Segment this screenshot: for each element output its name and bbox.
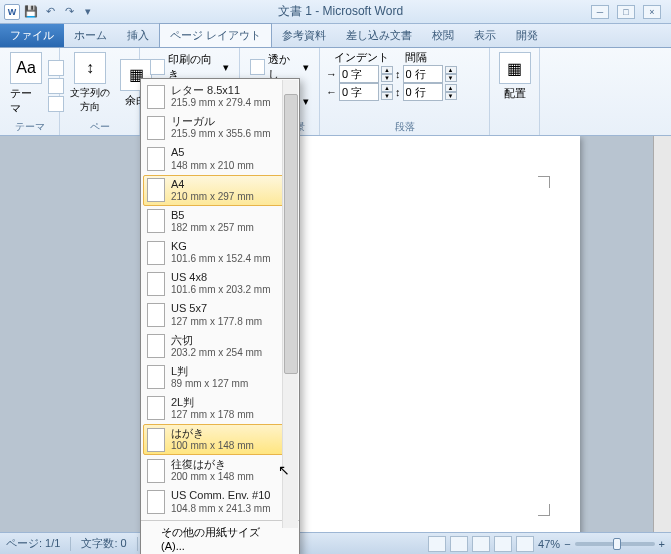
size-dimensions: 210 mm x 297 mm <box>171 191 254 203</box>
size-option-b5[interactable]: B5182 mm x 257 mm <box>143 206 297 237</box>
size-name: US Comm. Env. #10 <box>171 489 270 502</box>
indent-header: インデント <box>334 50 389 65</box>
size-option-us-5x7[interactable]: US 5x7127 mm x 177.8 mm <box>143 299 297 330</box>
page-icon <box>147 459 165 483</box>
down-arrow-icon[interactable]: ▼ <box>381 74 393 82</box>
tab-home[interactable]: ホーム <box>64 24 117 47</box>
size-dimensions: 101.6 mm x 152.4 mm <box>171 253 270 265</box>
tab-file[interactable]: ファイル <box>0 24 64 47</box>
size-dimensions: 215.9 mm x 279.4 mm <box>171 97 270 109</box>
tab-view[interactable]: 表示 <box>464 24 506 47</box>
arrange-icon: ▦ <box>499 52 531 84</box>
save-icon[interactable]: 💾 <box>23 4 39 20</box>
spacing-header: 間隔 <box>405 50 427 65</box>
themes-button[interactable]: Aa テーマ <box>6 50 46 118</box>
indent-left-input[interactable] <box>339 65 379 83</box>
maximize-button[interactable]: □ <box>617 5 635 19</box>
size-option-2l-[interactable]: 2L判127 mm x 178 mm <box>143 393 297 424</box>
qat-dropdown-icon[interactable]: ▾ <box>80 4 96 20</box>
themes-label: テーマ <box>10 86 42 116</box>
size-name: L判 <box>171 365 248 378</box>
size-name: 六切 <box>171 334 262 347</box>
tab-developer[interactable]: 開発 <box>506 24 548 47</box>
indent-left-icon: → <box>326 68 337 80</box>
redo-icon[interactable]: ↷ <box>61 4 77 20</box>
zoom-in-button[interactable]: + <box>659 538 665 550</box>
view-print-layout[interactable] <box>428 536 446 552</box>
app-icon[interactable]: W <box>4 4 20 20</box>
view-outline[interactable] <box>494 536 512 552</box>
vertical-scrollbar[interactable] <box>653 136 671 532</box>
page-icon <box>147 209 165 233</box>
size-dimensions: 148 mm x 210 mm <box>171 160 254 172</box>
document-area[interactable] <box>0 136 671 532</box>
size-option--[interactable]: リーガル215.9 mm x 355.6 mm <box>143 112 297 143</box>
size-dimensions: 101.6 mm x 203.2 mm <box>171 284 270 296</box>
undo-icon[interactable]: ↶ <box>42 4 58 20</box>
size-option--8-5x11[interactable]: レター 8.5x11215.9 mm x 279.4 mm <box>143 81 297 112</box>
page-icon <box>147 428 165 452</box>
zoom-out-button[interactable]: − <box>564 538 570 550</box>
page-icon <box>147 334 165 358</box>
size-dimensions: 104.8 mm x 241.3 mm <box>171 503 270 515</box>
size-dimensions: 89 mm x 127 mm <box>171 378 248 390</box>
status-words[interactable]: 文字数: 0 <box>81 536 126 551</box>
spacing-before-input[interactable] <box>403 65 443 83</box>
size-option-us-4x8[interactable]: US 4x8101.6 mm x 203.2 mm <box>143 268 297 299</box>
size-option-l-[interactable]: L判89 mm x 127 mm <box>143 362 297 393</box>
close-button[interactable]: × <box>643 5 661 19</box>
tab-insert[interactable]: 挿入 <box>117 24 159 47</box>
arrange-button[interactable]: ▦ 配置 <box>496 50 533 103</box>
size-dimensions: 127 mm x 177.8 mm <box>171 316 262 328</box>
zoom-slider-thumb[interactable] <box>613 538 621 550</box>
size-option-kg[interactable]: KG101.6 mm x 152.4 mm <box>143 237 297 268</box>
up-arrow-icon[interactable]: ▲ <box>381 66 393 74</box>
tab-mailings[interactable]: 差し込み文書 <box>336 24 422 47</box>
size-option--[interactable]: はがき100 mm x 148 mm <box>143 424 297 455</box>
size-dimensions: 215.9 mm x 355.6 mm <box>171 128 270 140</box>
view-web-layout[interactable] <box>472 536 490 552</box>
indent-right-input[interactable] <box>339 83 379 101</box>
page-icon <box>147 272 165 296</box>
text-direction-label: 文字列の 方向 <box>70 86 110 114</box>
arrange-label: 配置 <box>504 86 526 101</box>
margin-corner-icon <box>538 504 550 516</box>
tab-references[interactable]: 参考資料 <box>272 24 336 47</box>
size-option-a5[interactable]: A5148 mm x 210 mm <box>143 143 297 174</box>
themes-group-label: テーマ <box>0 120 59 134</box>
zoom-level[interactable]: 47% <box>538 538 560 550</box>
spacing-after-input[interactable] <box>403 83 443 101</box>
size-name: B5 <box>171 209 254 222</box>
size-name: US 4x8 <box>171 271 270 284</box>
size-name: KG <box>171 240 270 253</box>
tab-page-layout[interactable]: ページ レイアウト <box>159 23 272 47</box>
text-direction-button[interactable]: ↕ 文字列の 方向 <box>66 50 114 116</box>
paragraph-group-label: 段落 <box>320 120 489 134</box>
page-icon <box>147 241 165 265</box>
zoom-slider[interactable] <box>575 542 655 546</box>
spacing-before-icon: ↕ <box>395 68 401 80</box>
status-page[interactable]: ページ: 1/1 <box>6 536 60 551</box>
dropdown-scrollbar[interactable] <box>282 80 298 528</box>
size-option-us-comm-env-10[interactable]: US Comm. Env. #10104.8 mm x 241.3 mm <box>143 486 297 517</box>
scrollbar-thumb[interactable] <box>284 94 298 374</box>
size-dimensions: 127 mm x 178 mm <box>171 409 254 421</box>
size-option--[interactable]: 六切203.2 mm x 254 mm <box>143 331 297 362</box>
size-dimensions: 182 mm x 257 mm <box>171 222 254 234</box>
document-page[interactable] <box>300 136 580 532</box>
tab-review[interactable]: 校閲 <box>422 24 464 47</box>
page-icon <box>147 365 165 389</box>
minimize-button[interactable]: ─ <box>591 5 609 19</box>
size-dropdown: レター 8.5x11215.9 mm x 279.4 mmリーガル215.9 m… <box>140 78 300 554</box>
size-name: A4 <box>171 178 254 191</box>
size-option-a4[interactable]: A4210 mm x 297 mm <box>143 175 297 206</box>
view-draft[interactable] <box>516 536 534 552</box>
view-full-screen[interactable] <box>450 536 468 552</box>
page-icon <box>147 178 165 202</box>
size-name: US 5x7 <box>171 302 262 315</box>
text-direction-icon: ↕ <box>74 52 106 84</box>
page-icon <box>147 396 165 420</box>
more-paper-sizes[interactable]: その他の用紙サイズ(A)... <box>141 520 299 554</box>
size-name: 往復はがき <box>171 458 254 471</box>
size-option--[interactable]: 往復はがき200 mm x 148 mm <box>143 455 297 486</box>
